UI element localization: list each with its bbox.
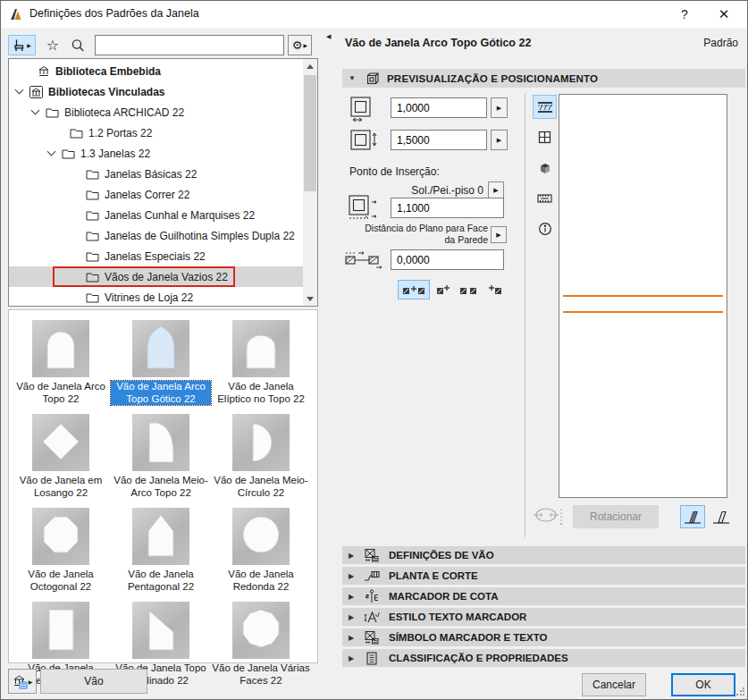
preview-canvas[interactable] xyxy=(559,94,727,498)
folder-icon xyxy=(86,169,99,180)
thumb-losango[interactable]: Vão de Janela em Losango 22 xyxy=(11,409,111,501)
chevron-down-icon[interactable] xyxy=(31,106,40,115)
tree-item-bibliotecas-vinculadas[interactable]: Bibliotecas Vinculadas xyxy=(9,81,304,102)
thumb-meio-circulo[interactable]: Vão de Janela Meio-Círculo 22 xyxy=(211,409,311,501)
insertion-point-flyout-button[interactable]: ▶ xyxy=(488,181,504,198)
tree-item-biblioteca-archicad[interactable]: Biblioteca ARCHICAD 22 xyxy=(9,102,304,122)
tree-item-janelas-basicas[interactable]: Janelas Básicas 22 xyxy=(9,164,304,184)
settings-button[interactable]: ⚙▶ xyxy=(288,35,312,55)
thumb-eliptico-topo[interactable]: Vão de Janela Elíptico no Topo 22 xyxy=(211,315,311,407)
tree-item-portas[interactable]: 1.2 Portas 22 xyxy=(9,122,304,143)
view-elevation-button[interactable] xyxy=(533,125,557,149)
folder-icon xyxy=(70,128,83,139)
tree-item-biblioteca-embebida[interactable]: Biblioteca Embebida xyxy=(9,61,304,81)
tree-item-janelas[interactable]: 1.3 Janelas 22 xyxy=(9,143,304,164)
folder-icon xyxy=(62,148,75,159)
view-info-button[interactable] xyxy=(533,216,557,240)
tree-item-janelas-guilhotina[interactable]: Janelas de Guilhotina Simples Dupla 22 xyxy=(9,225,304,246)
resize-grip[interactable] xyxy=(735,687,744,696)
thumb-meio-arco[interactable]: Vão de Janela Meio-Arco Topo 22 xyxy=(111,409,211,501)
thumb-label: Vão de Janela Pentagonal 22 xyxy=(111,569,211,593)
rotate-button-label: Rotacionar xyxy=(590,510,642,523)
section-definicoes-vao[interactable]: ▶ DEFINIÇÕES DE VÃO xyxy=(342,546,745,564)
anchor-center-button[interactable] xyxy=(398,280,430,299)
view-plan-button[interactable] xyxy=(533,95,557,119)
default-status-label: Padrão xyxy=(703,37,738,49)
scroll-up-icon[interactable] xyxy=(303,59,317,73)
search-icon-button[interactable] xyxy=(68,36,88,55)
scroll-down-icon[interactable] xyxy=(303,291,317,306)
tree-item-label: Vãos de Janela Vazios 22 xyxy=(105,271,228,283)
cancel-button[interactable]: Cancelar xyxy=(582,673,646,696)
scrollbar-thumb[interactable] xyxy=(304,75,316,191)
height-flyout-button[interactable]: ▶ xyxy=(491,130,508,150)
section-preview-positioning[interactable]: ▼ PREVISUALIZAÇÃO E POSICIONAMENTO xyxy=(342,69,745,88)
favorites-button[interactable]: ☆ xyxy=(41,35,64,55)
object-thumbnail-grid: Vão de Janela Arco Topo 22 Vão de Janela… xyxy=(8,309,318,663)
title-bar[interactable]: Definições dos Padrões da Janela ? ✕ xyxy=(1,1,747,28)
triangle-right-icon: ▶ xyxy=(342,613,360,621)
chevron-down-icon[interactable] xyxy=(47,148,56,156)
section-planta-corte[interactable]: ▶ PLANTA E CORTE xyxy=(342,567,745,585)
library-tree: Biblioteca Embebida Bibliotecas Vinculad… xyxy=(8,58,318,307)
panel-divider xyxy=(525,94,525,537)
search-input[interactable] xyxy=(95,35,284,55)
width-flyout-button[interactable]: ▶ xyxy=(491,97,508,118)
vao-button[interactable]: Vão xyxy=(40,669,147,694)
distance-input[interactable] xyxy=(391,249,504,270)
chevron-down-icon[interactable] xyxy=(15,86,24,95)
anchor-right-button[interactable] xyxy=(485,280,505,299)
mirror-left-button[interactable] xyxy=(680,505,705,528)
section-marcador-cota[interactable]: ▶ MARCADOR DE COTA xyxy=(342,587,745,605)
window-shape-elliptic-icon xyxy=(232,320,290,377)
thumb-redonda[interactable]: Vão de Janela Redonda 22 xyxy=(211,502,311,595)
folder-icon xyxy=(86,190,99,200)
tree-scrollbar[interactable] xyxy=(303,59,317,306)
sill-height-input[interactable] xyxy=(391,198,504,218)
help-button[interactable]: ? xyxy=(667,1,702,28)
section-classificacao[interactable]: ▶ CLASSIFICAÇÃO E PROPRIEDADES xyxy=(342,649,745,667)
anchor-sides-button[interactable] xyxy=(457,280,480,299)
thumb-label-selected: Vão de Janela Arco Topo Gótico 22 xyxy=(111,381,211,405)
thumb-label: Vão de Janela Elíptico no Topo 22 xyxy=(211,381,311,405)
mirror-right-button[interactable] xyxy=(709,505,734,528)
panel-collapse-icon[interactable]: ◀ xyxy=(326,33,331,40)
thumb-label: Vão de Janela Várias Faces 22 xyxy=(211,662,311,687)
thumb-pentagonal[interactable]: Vão de Janela Pentagonal 22 xyxy=(111,502,211,595)
ok-button[interactable]: OK xyxy=(671,673,735,696)
tree-item-janelas-cunhal[interactable]: Janelas Cunhal e Marquises 22 xyxy=(9,205,304,225)
thumb-varias-faces[interactable]: Vão de Janela Várias Faces 22 xyxy=(211,596,311,688)
window-shape-circle-icon xyxy=(232,508,290,565)
window-shape-half-arch-icon xyxy=(132,414,189,471)
view-section-button[interactable] xyxy=(533,186,557,210)
section-estilo-texto[interactable]: ▶ ESTILO TEXTO MARCADOR xyxy=(342,608,745,626)
anchor-left-button[interactable] xyxy=(433,280,453,299)
distance-flyout-button[interactable]: ▶ xyxy=(491,226,507,243)
library-part-button[interactable]: ▶ xyxy=(8,669,37,694)
dialog-title: Definições dos Padrões da Janela xyxy=(29,7,199,20)
tree-item-vitrines[interactable]: Vitrines de Loja 22 xyxy=(9,287,304,307)
wall-distance-icon xyxy=(344,249,383,273)
flyout-arrow-icon: ▶ xyxy=(27,42,31,48)
tree-item-label: Janelas Especiais 22 xyxy=(105,250,206,263)
width-input[interactable] xyxy=(391,97,487,118)
rotate-button[interactable]: Rotacionar xyxy=(573,505,659,528)
insertion-point-label: Ponto de Inserção: xyxy=(349,165,440,178)
thumb-arco-topo-gotico[interactable]: Vão de Janela Arco Topo Gótico 22 xyxy=(111,315,211,407)
element-type-button[interactable]: ▶ xyxy=(8,35,36,55)
thumb-arco-topo[interactable]: Vão de Janela Arco Topo 22 xyxy=(11,315,111,407)
height-input[interactable] xyxy=(391,130,487,150)
dimension-marker-icon xyxy=(360,589,383,603)
section-simbolo-marcador[interactable]: ▶ SÍMBOLO MARCADOR E TEXTO xyxy=(342,628,745,646)
chair-icon xyxy=(13,38,26,52)
triangle-right-icon: ▶ xyxy=(342,552,360,560)
thumb-octogonal[interactable]: Vão de Janela Octogonal 22 xyxy=(11,502,111,595)
tree-item-vaos-janela-vazios[interactable]: Vãos de Janela Vazios 22 xyxy=(9,266,304,287)
flyout-arrow-icon: ▶ xyxy=(304,42,308,48)
marker-symbol-icon xyxy=(360,630,383,645)
close-button[interactable]: ✕ xyxy=(706,1,742,28)
tree-item-janelas-especiais[interactable]: Janelas Especiais 22 xyxy=(9,246,304,266)
view-3d-button[interactable] xyxy=(533,156,557,180)
window-shape-half-circle-icon xyxy=(232,414,290,471)
tree-item-janelas-correr[interactable]: Janelas Correr 22 xyxy=(9,184,304,205)
